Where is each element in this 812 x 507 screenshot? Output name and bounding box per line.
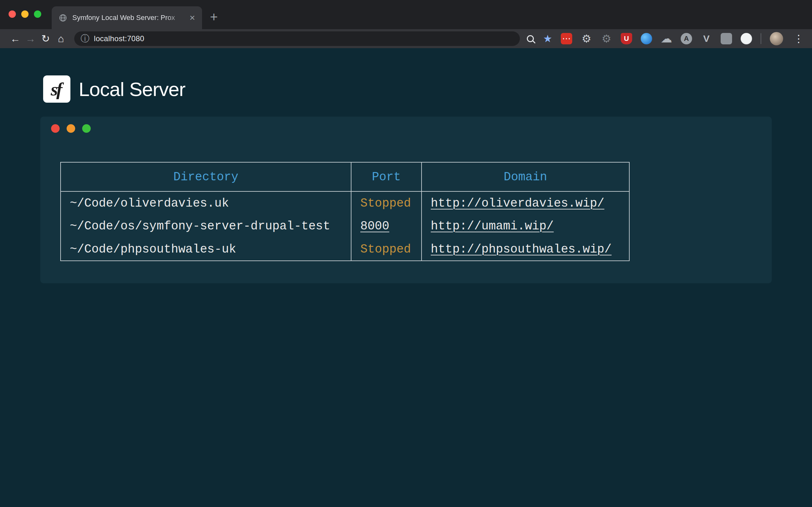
page-header: sf Local Server (43, 75, 185, 103)
red-dot (51, 124, 60, 133)
domain-link[interactable]: http://oliverdavies.wip/ (431, 196, 604, 210)
port-cell: Stopped (351, 191, 421, 215)
a-circle-extension-icon[interactable]: A (681, 33, 692, 44)
reload-button[interactable]: ↻ (38, 33, 53, 45)
minimize-window-button[interactable] (21, 10, 29, 18)
toolbar-separator (761, 33, 761, 44)
zoom-window-button[interactable] (34, 10, 41, 18)
profile-avatar[interactable] (770, 32, 783, 45)
table-row: ~/Code/phpsouthwales-uk Stopped http://p… (61, 238, 629, 261)
bookmark-star-icon[interactable]: ★ (543, 34, 552, 44)
gray-square-extension-icon[interactable] (721, 33, 732, 44)
domain-cell: http://umami.wip/ (421, 215, 629, 238)
port-status-stopped: Stopped (360, 242, 411, 256)
table-header-row: Directory Port Domain (61, 162, 629, 191)
globe-icon (59, 14, 67, 22)
cloud-extension-icon[interactable]: ☁ (661, 33, 672, 44)
green-dot (82, 124, 91, 133)
window-controls (9, 10, 41, 18)
toolbar-right-cluster: ★ ⋯ ⚙ ⚙ U ☁ A V ⋮ (527, 32, 806, 45)
zoom-icon[interactable] (527, 35, 534, 42)
port-cell: 8000 (351, 215, 421, 238)
close-window-button[interactable] (9, 10, 16, 18)
browser-tab-bar: Symfony Local Web Server: Prox × + (0, 0, 812, 29)
close-tab-icon[interactable]: × (189, 13, 195, 22)
domain-cell: http://oliverdavies.wip/ (421, 191, 629, 215)
github-extension-icon[interactable] (741, 33, 752, 44)
new-tab-button[interactable]: + (210, 9, 218, 25)
browser-tab[interactable]: Symfony Local Web Server: Prox × (52, 6, 202, 29)
info-icon[interactable]: ⓘ (81, 33, 90, 45)
domain-link[interactable]: http://phpsouthwales.wip/ (431, 242, 612, 256)
domain-cell: http://phpsouthwales.wip/ (421, 238, 629, 261)
symfony-logo: sf (43, 75, 70, 103)
page-content: sf Local Server Directory Port Domain ~/… (0, 48, 812, 507)
directory-cell: ~/Code/oliverdavies.uk (61, 191, 351, 215)
column-header-domain: Domain (421, 162, 629, 191)
domain-link[interactable]: http://umami.wip/ (431, 219, 554, 233)
browser-menu-icon[interactable]: ⋮ (792, 34, 806, 44)
red-grid-extension-icon[interactable]: ⋯ (561, 33, 572, 44)
column-header-port: Port (351, 162, 421, 191)
forward-button[interactable]: → (23, 33, 38, 45)
page-title: Local Server (79, 78, 185, 101)
server-terminal-card: Directory Port Domain ~/Code/oliverdavie… (40, 117, 772, 283)
url-text: localhost:7080 (94, 34, 144, 43)
port-link[interactable]: 8000 (360, 219, 389, 233)
table-row: ~/Code/oliverdavies.uk Stopped http://ol… (61, 191, 629, 215)
port-status-stopped: Stopped (360, 196, 411, 210)
orange-dot (67, 124, 75, 133)
url-bar[interactable]: ⓘ localhost:7080 (74, 32, 520, 46)
gear-light-extension-icon[interactable]: ⚙ (581, 33, 592, 44)
terminal-window-dots (51, 124, 91, 133)
home-button[interactable]: ⌂ (53, 33, 68, 45)
symfony-logo-glyph: sf (51, 78, 63, 100)
server-table: Directory Port Domain ~/Code/oliverdavie… (60, 162, 629, 261)
back-button[interactable]: ← (8, 33, 23, 45)
port-cell: Stopped (351, 238, 421, 261)
column-header-directory: Directory (61, 162, 351, 191)
gear-dark-extension-icon[interactable]: ⚙ (601, 33, 612, 44)
tab-title: Symfony Local Web Server: Prox (72, 14, 186, 22)
directory-cell: ~/Code/phpsouthwales-uk (61, 238, 351, 261)
directory-cell: ~/Code/os/symfony-server-drupal-test (61, 215, 351, 238)
ublock-extension-icon[interactable]: U (621, 33, 632, 44)
v-extension-icon[interactable]: V (701, 33, 712, 44)
table-row: ~/Code/os/symfony-server-drupal-test 800… (61, 215, 629, 238)
blue-circle-extension-icon[interactable] (641, 33, 652, 44)
browser-toolbar: ← → ↻ ⌂ ⓘ localhost:7080 ★ ⋯ ⚙ ⚙ U ☁ A V… (0, 29, 812, 48)
